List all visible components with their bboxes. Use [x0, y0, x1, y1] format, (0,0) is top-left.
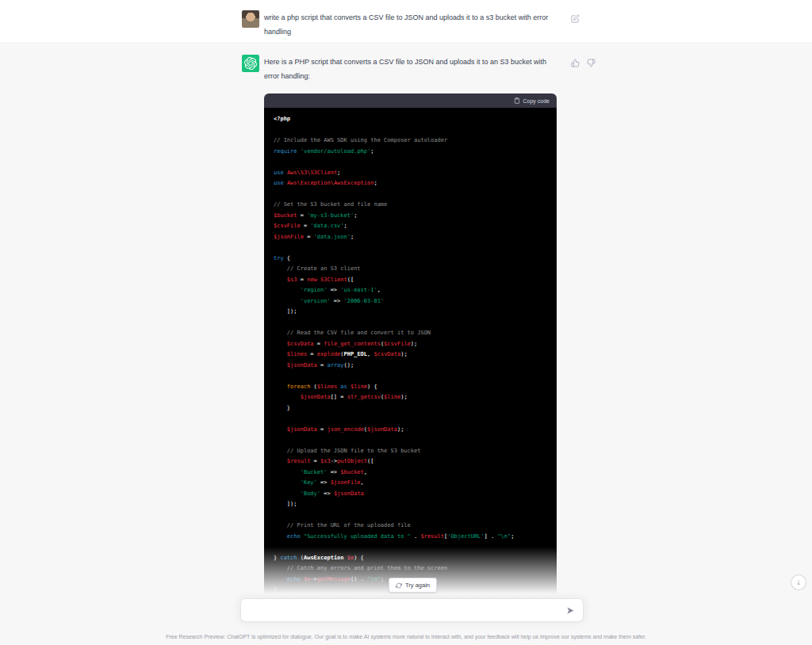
- code-line: $s3 = new S3Client([: [274, 275, 547, 286]
- code-line: $result = $s3->putObject([: [274, 456, 547, 468]
- footer-disclaimer: Free Research Preview: ChatGPT is optimi…: [0, 634, 812, 639]
- code-line: } catch (AwsException $e) {: [274, 553, 547, 564]
- code-line: [274, 189, 547, 200]
- assistant-message-row: Here is a PHP script that converts a CSV…: [0, 44, 812, 645]
- code-line: }: [274, 403, 547, 414]
- down-arrow-icon: ↓: [797, 578, 801, 586]
- code-line: // Include the AWS SDK using the Compose…: [274, 135, 547, 147]
- code-line: // Upload the JSON file to the S3 bucket: [274, 446, 547, 457]
- code-line: try {: [274, 254, 547, 265]
- code-line: [274, 125, 547, 136]
- code-line: $csvData = file_get_contents($csvFile);: [274, 339, 547, 350]
- code-line: $lines = explode(PHP_EOL, $csvData);: [274, 349, 547, 361]
- code-line: [274, 242, 547, 254]
- code-line: $jsonData = array();: [274, 361, 547, 372]
- regenerate-icon: [396, 582, 402, 589]
- code-line: 'Body' => $jsonData: [274, 489, 547, 500]
- code-line: use Aws\S3\S3Client;: [274, 168, 547, 179]
- thumbs-down-icon[interactable]: [587, 56, 596, 71]
- code-line: [274, 510, 547, 521]
- code-line: $bucket = 'my-s3-bucket';: [274, 211, 547, 222]
- code-line: // Read the CSV file and convert it to J…: [274, 328, 547, 339]
- copy-code-button[interactable]: Copy code: [514, 97, 550, 104]
- send-button[interactable]: [566, 606, 583, 615]
- code-line: [274, 435, 547, 446]
- code-line: [274, 414, 547, 425]
- openai-logo-icon: [244, 57, 257, 70]
- code-line: require 'vendor/autoload.php';: [274, 147, 547, 158]
- user-message-row: write a php script that converts a CSV f…: [0, 0, 812, 44]
- code-line: [274, 542, 547, 553]
- code-line: <?php: [274, 114, 547, 125]
- code-line: // Create an S3 client: [274, 264, 547, 275]
- code-line: [274, 318, 547, 329]
- code-line: $jsonFile = 'data.json';: [274, 232, 547, 243]
- code-line: // Print the URL of the uploaded file: [274, 521, 547, 532]
- code-line: // Catch any errors and print them to th…: [274, 563, 547, 574]
- code-line: $jsonData[] = str_getcsv($line);: [274, 392, 547, 403]
- code-line: [274, 371, 547, 382]
- clipboard-icon: [514, 97, 520, 104]
- code-line: [274, 157, 547, 168]
- try-again-button[interactable]: Try again: [389, 578, 437, 593]
- try-again-label: Try again: [405, 582, 430, 589]
- code-line: 'Key' => $jsonFile,: [274, 478, 547, 489]
- message-input[interactable]: [249, 604, 561, 616]
- code-block: Copy code <?php // Include the AWS SDK u…: [264, 94, 557, 604]
- send-icon: [566, 606, 575, 615]
- code-line: echo "Successfully uploaded data to " . …: [274, 532, 547, 543]
- code-line: 'version' => '2006-03-01': [274, 296, 547, 307]
- chatgpt-page: write a php script that converts a CSV f…: [0, 0, 812, 645]
- code-line: ]);: [274, 499, 547, 510]
- code-block-header: Copy code: [264, 94, 557, 108]
- assistant-message-text: Here is a PHP script that converts a CSV…: [264, 55, 550, 83]
- scroll-to-bottom-button[interactable]: ↓: [791, 574, 806, 590]
- edit-message-icon[interactable]: [571, 12, 580, 26]
- code-line: foreach ($lines as $line) {: [274, 382, 547, 393]
- user-avatar: [242, 10, 259, 28]
- code-line: $csvFile = 'data.csv';: [274, 221, 547, 232]
- chatgpt-avatar: [242, 55, 259, 72]
- code-line: // Set the S3 bucket and file name: [274, 200, 547, 211]
- code-line: 'region' => 'us-east-1',: [274, 285, 547, 296]
- copy-code-label: Copy code: [523, 98, 550, 104]
- user-message-text: write a php script that converts a CSV f…: [264, 10, 550, 39]
- code-line: 'Bucket' => $bucket,: [274, 468, 547, 479]
- code-line: ]);: [274, 307, 547, 318]
- code-content: <?php // Include the AWS SDK using the C…: [264, 108, 557, 604]
- code-line: $jsonData = json_encode($jsonData);: [274, 425, 547, 436]
- thumbs-up-icon[interactable]: [571, 56, 580, 71]
- message-composer: [240, 598, 584, 622]
- code-line: use Aws\Exception\AwsException;: [274, 178, 547, 189]
